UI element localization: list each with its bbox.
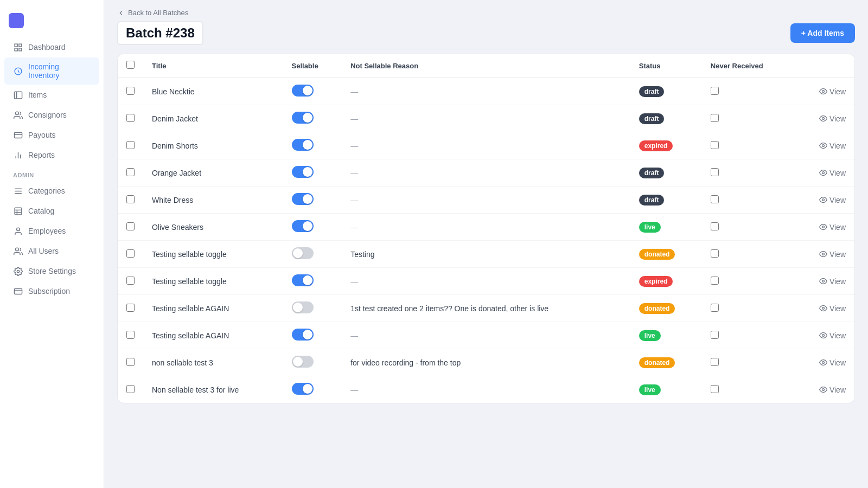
view-link[interactable]: View <box>819 331 846 340</box>
sidebar-item-catalog[interactable]: Catalog <box>4 201 99 221</box>
row-sellable[interactable] <box>283 214 342 241</box>
never-received-checkbox-8[interactable] <box>711 277 719 285</box>
row-status: donated <box>630 241 702 268</box>
view-link[interactable]: View <box>819 358 846 367</box>
col-action <box>795 54 854 78</box>
row-never-received <box>702 268 796 295</box>
sidebar-logo <box>0 9 104 37</box>
add-items-button[interactable]: + Add Items <box>790 23 855 43</box>
row-sellable[interactable] <box>283 159 342 187</box>
sidebar-item-store-settings[interactable]: Store Settings <box>4 261 99 281</box>
items-table: Title Sellable Not Sellable Reason Statu… <box>118 54 854 403</box>
row-sellable[interactable] <box>283 78 342 105</box>
nav-label-incoming-inventory: Incoming Inventory <box>28 62 91 80</box>
view-link[interactable]: View <box>819 386 846 394</box>
sellable-toggle[interactable] <box>292 356 314 368</box>
sellable-toggle[interactable] <box>292 383 314 395</box>
view-link[interactable]: View <box>819 250 846 259</box>
row-action: View <box>795 376 854 403</box>
row-checkbox-6[interactable] <box>126 222 135 230</box>
row-sellable[interactable] <box>283 241 342 268</box>
row-checkbox-10[interactable] <box>126 331 135 339</box>
row-checkbox-12[interactable] <box>126 385 135 393</box>
row-checkbox-4[interactable] <box>126 168 135 176</box>
never-received-checkbox-9[interactable] <box>711 304 719 312</box>
admin-label-store-settings: Store Settings <box>28 267 76 275</box>
row-sellable[interactable] <box>283 349 342 376</box>
sidebar-item-dashboard[interactable]: Dashboard <box>4 37 99 57</box>
row-checkbox-9[interactable] <box>126 304 135 312</box>
view-link[interactable]: View <box>819 304 846 313</box>
sidebar-item-reports[interactable]: Reports <box>4 145 99 165</box>
row-checkbox-3[interactable] <box>126 141 135 149</box>
sellable-toggle[interactable] <box>292 247 314 259</box>
view-link[interactable]: View <box>819 223 846 232</box>
view-link[interactable]: View <box>819 87 846 96</box>
sidebar-item-categories[interactable]: Categories <box>4 181 99 201</box>
view-link[interactable]: View <box>819 196 846 204</box>
sellable-toggle[interactable] <box>292 274 314 286</box>
view-label: View <box>829 87 846 96</box>
sidebar-item-all-users[interactable]: All Users <box>4 241 99 261</box>
row-checkbox-8[interactable] <box>126 277 135 285</box>
sidebar-item-payouts[interactable]: Payouts <box>4 125 99 145</box>
row-title: Blue Necktie <box>143 78 283 105</box>
svg-rect-0 <box>15 44 17 47</box>
sidebar-item-subscription[interactable]: Subscription <box>4 281 99 301</box>
admin-label-catalog: Catalog <box>28 207 54 215</box>
sidebar-item-consignors[interactable]: Consignors <box>4 105 99 125</box>
svg-point-21 <box>15 248 18 251</box>
row-sellable[interactable] <box>283 376 342 403</box>
sellable-toggle[interactable] <box>292 220 314 232</box>
row-sellable[interactable] <box>283 322 342 349</box>
never-received-checkbox-12[interactable] <box>711 385 719 393</box>
sellable-toggle[interactable] <box>292 85 314 97</box>
row-status: live <box>630 214 702 241</box>
row-checkbox-7[interactable] <box>126 249 135 258</box>
reports-icon <box>13 150 23 160</box>
table-row: Testing sellable AGAIN 1st test created … <box>118 295 854 322</box>
never-received-checkbox-4[interactable] <box>711 168 719 176</box>
row-sellable[interactable] <box>283 105 342 132</box>
select-all-checkbox[interactable] <box>126 61 135 69</box>
never-received-checkbox-3[interactable] <box>711 141 719 149</box>
row-sellable[interactable] <box>283 187 342 214</box>
eye-icon <box>819 250 827 258</box>
view-link[interactable]: View <box>819 142 846 150</box>
sellable-toggle[interactable] <box>292 301 314 313</box>
row-checkbox-5[interactable] <box>126 195 135 203</box>
never-received-checkbox-1[interactable] <box>711 87 719 95</box>
view-link[interactable]: View <box>819 277 846 286</box>
row-sellable[interactable] <box>283 268 342 295</box>
view-label: View <box>829 358 846 367</box>
sidebar-item-employees[interactable]: Employees <box>4 221 99 241</box>
never-received-checkbox-2[interactable] <box>711 114 719 122</box>
row-checkbox-11[interactable] <box>126 358 135 366</box>
sellable-toggle[interactable] <box>292 329 314 341</box>
row-checkbox-2[interactable] <box>126 114 135 122</box>
view-link[interactable]: View <box>819 169 846 177</box>
row-checkbox-1[interactable] <box>126 87 135 95</box>
row-never-received <box>702 214 796 241</box>
row-not-sellable-reason: — <box>342 322 630 349</box>
never-received-checkbox-5[interactable] <box>711 195 719 203</box>
never-received-checkbox-11[interactable] <box>711 358 719 366</box>
never-received-checkbox-7[interactable] <box>711 249 719 258</box>
sellable-toggle[interactable] <box>292 193 314 205</box>
never-received-checkbox-10[interactable] <box>711 331 719 339</box>
sellable-toggle[interactable] <box>292 166 314 178</box>
sellable-toggle[interactable] <box>292 139 314 151</box>
view-link[interactable]: View <box>819 114 846 123</box>
back-link[interactable]: Back to All Batches <box>117 9 855 17</box>
sidebar-item-items[interactable]: Items <box>4 85 99 105</box>
svg-point-31 <box>822 253 825 255</box>
sellable-toggle[interactable] <box>292 112 314 124</box>
all-users-icon <box>13 246 23 256</box>
svg-rect-5 <box>14 92 22 99</box>
row-sellable[interactable] <box>283 295 342 322</box>
never-received-checkbox-6[interactable] <box>711 222 719 230</box>
row-not-sellable-reason: — <box>342 187 630 214</box>
row-status: draft <box>630 105 702 132</box>
row-sellable[interactable] <box>283 132 342 159</box>
sidebar-item-incoming-inventory[interactable]: Incoming Inventory <box>4 57 99 85</box>
